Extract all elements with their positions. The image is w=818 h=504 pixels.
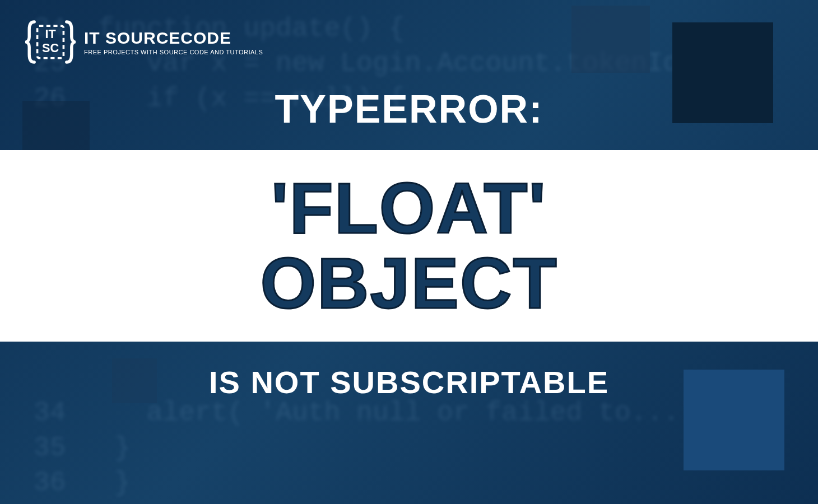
heading-not-subscriptable: IS NOT SUBSCRIPTABLE	[0, 364, 818, 400]
white-band: 'FLOAT' OBJECT	[0, 150, 818, 342]
error-banner: 24 function update() { 25 var x = new Lo…	[0, 0, 818, 504]
logo-text: IT SOURCECODE FREE PROJECTS WITH SOURCE …	[84, 29, 263, 55]
logo-subtitle: FREE PROJECTS WITH SOURCE CODE AND TUTOR…	[84, 49, 263, 55]
logo-area: IT SC IT SOURCECODE FREE PROJECTS WITH S…	[25, 17, 263, 67]
heading-typeerror: TYPEERROR:	[0, 87, 818, 132]
decor-square	[571, 6, 650, 73]
logo-icon: IT SC	[25, 17, 76, 67]
svg-text:SC: SC	[42, 41, 59, 55]
svg-text:IT: IT	[45, 27, 55, 41]
heading-float-object: 'FLOAT' OBJECT	[260, 171, 557, 321]
logo-title: IT SOURCECODE	[84, 29, 263, 48]
